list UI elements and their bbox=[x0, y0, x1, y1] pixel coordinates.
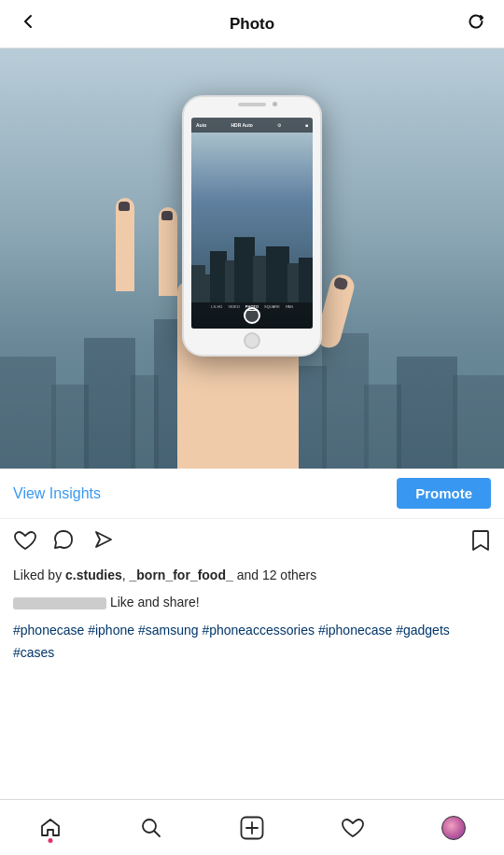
back-button[interactable] bbox=[15, 8, 41, 39]
comment-button[interactable] bbox=[52, 529, 77, 557]
add-icon bbox=[240, 816, 264, 840]
nav-home[interactable] bbox=[30, 807, 71, 848]
home-dot bbox=[49, 838, 53, 843]
post-actions-row bbox=[0, 519, 504, 564]
svg-line-1 bbox=[155, 831, 161, 836]
promote-button[interactable]: Promote bbox=[397, 478, 491, 509]
home-icon bbox=[39, 817, 62, 839]
likes-separator: , bbox=[122, 568, 130, 582]
like-button[interactable] bbox=[13, 529, 37, 557]
view-insights-button[interactable]: View Insights bbox=[13, 480, 101, 508]
hashtags[interactable]: #phonecase #iphone #samsung #phoneaccess… bbox=[0, 618, 504, 672]
likes-suffix: and 12 others bbox=[233, 568, 317, 582]
page-title: Photo bbox=[230, 15, 274, 34]
caption-username-blur[interactable] bbox=[13, 597, 106, 610]
post-image: Auto HDR Auto ⚙ ■ bbox=[0, 49, 504, 469]
search-icon bbox=[140, 817, 162, 839]
refresh-button[interactable] bbox=[463, 8, 489, 39]
nav-search[interactable] bbox=[131, 807, 172, 848]
likes-prefix: Liked by bbox=[13, 568, 65, 582]
caption-text: Like and share! bbox=[110, 595, 200, 610]
header: Photo bbox=[0, 0, 504, 49]
nav-add[interactable] bbox=[231, 807, 273, 848]
likes-user1[interactable]: c.studies bbox=[65, 568, 122, 582]
share-button[interactable] bbox=[91, 529, 116, 557]
nav-activity[interactable] bbox=[332, 807, 373, 848]
heart-icon bbox=[342, 818, 364, 838]
profile-avatar-icon[interactable] bbox=[441, 816, 466, 840]
bottom-navigation bbox=[0, 799, 504, 855]
likes-user2[interactable]: _born_for_food_ bbox=[130, 568, 233, 582]
nav-profile[interactable] bbox=[433, 807, 474, 848]
likes-text: Liked by c.studies, _born_for_food_ and … bbox=[0, 564, 504, 591]
action-bar: View Insights Promote bbox=[0, 469, 504, 519]
post-caption: Like and share! bbox=[0, 591, 504, 618]
bookmark-button[interactable] bbox=[470, 528, 491, 558]
